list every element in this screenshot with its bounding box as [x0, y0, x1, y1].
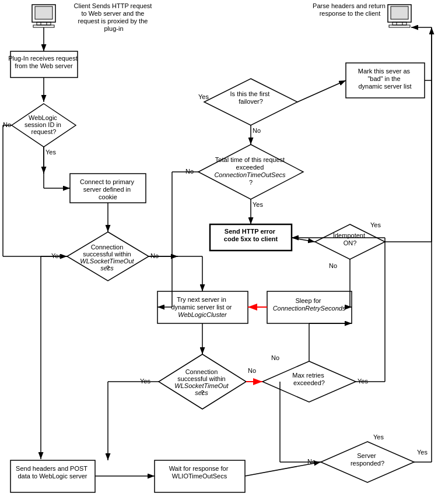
svg-rect-5: [33, 25, 54, 27]
wait-response-text: Wait for response for WLIOTimeOutSecs: [169, 465, 230, 480]
flowchart-diagram: Client Sends HTTP request to Web server …: [0, 0, 445, 504]
conn-success2-yes-label: Yes: [140, 378, 150, 385]
svg-rect-3: [35, 6, 52, 19]
conn-success1-yes-label: Yes: [51, 252, 62, 259]
server-computer-icon: [388, 5, 411, 27]
svg-rect-9: [391, 6, 408, 19]
server-responded-yes-right-label: Yes: [417, 449, 428, 456]
parse-headers-label: Parse headers and return response to the…: [313, 2, 387, 17]
server-responded-yes-label: Yes: [373, 433, 384, 440]
svg-line-53: [245, 462, 321, 476]
session-yes-label: Yes: [45, 149, 56, 156]
client-computer-icon: [32, 5, 55, 27]
svg-line-32: [292, 238, 315, 242]
max-retries-yes-label: Yes: [358, 378, 368, 385]
total-time-no-label: No: [185, 168, 194, 175]
max-retries-text: Max retries exceeded?: [292, 372, 325, 386]
client-sends-label: Client Sends HTTP request to Web server …: [74, 2, 154, 32]
conn-success2-no-label: No: [248, 367, 256, 374]
plugin-receives-text: Plug-In receives request from the Web se…: [8, 55, 79, 69]
try-next-text: Try next server in dynamic server list o…: [171, 296, 234, 318]
total-time-yes-label: Yes: [253, 201, 263, 208]
idempotent-yes-label: Yes: [370, 221, 381, 228]
svg-rect-11: [389, 25, 410, 27]
send-http-error-text: Send HTTP error code 5xx to client: [224, 228, 278, 242]
idempotent-no-label: No: [329, 262, 337, 269]
send-headers-text: Send headers and POST data to WebLogic s…: [16, 465, 89, 480]
max-retries-no-label: No: [271, 354, 279, 361]
first-failover-yes-label: Yes: [198, 93, 209, 100]
session-no-label: No: [3, 121, 11, 128]
conn-success1-no-label: No: [150, 252, 159, 259]
first-failover-no-label: No: [253, 127, 261, 134]
svg-line-26: [297, 80, 346, 102]
